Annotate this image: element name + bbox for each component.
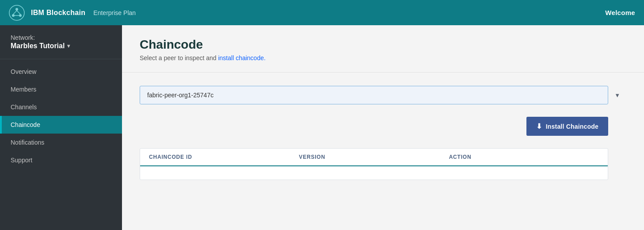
- select-arrow-icon: ▼: [614, 92, 620, 99]
- install-chaincode-button[interactable]: ⬇ Install Chaincode: [526, 117, 608, 136]
- table-header-action: ACTION: [449, 154, 599, 160]
- sidebar: Network: Marbles Tutorial ▾ Overview Mem…: [0, 25, 122, 230]
- table-header-chaincode-id: CHAINCODE ID: [149, 154, 299, 160]
- svg-line-4: [13, 11, 17, 14]
- download-icon: ⬇: [536, 122, 542, 130]
- table-body: [140, 166, 608, 180]
- nav-left: IBM Blockchain Enterprise Plan: [9, 5, 136, 21]
- network-name[interactable]: Marbles Tutorial ▾: [0, 42, 122, 59]
- ibm-blockchain-logo: [9, 5, 25, 21]
- install-button-label: Install Chaincode: [546, 123, 598, 130]
- subtitle-text: Select a peer to inspect and: [140, 54, 218, 61]
- page-title: Chaincode: [140, 38, 626, 52]
- sidebar-item-notifications[interactable]: Notifications: [0, 134, 122, 151]
- sidebar-item-chaincode[interactable]: Chaincode: [0, 116, 122, 134]
- app-subtitle: Enterprise Plan: [93, 9, 136, 16]
- content-area: fabric-peer-org1-25747c ▼ ⬇ Install Chai…: [122, 73, 644, 193]
- top-nav: IBM Blockchain Enterprise Plan Welcome: [0, 0, 644, 25]
- chaincode-table: CHAINCODE ID VERSION ACTION: [140, 148, 608, 180]
- sidebar-item-support[interactable]: Support: [0, 151, 122, 169]
- svg-line-5: [17, 11, 20, 14]
- network-label: Network:: [0, 34, 122, 42]
- main-layout: Network: Marbles Tutorial ▾ Overview Mem…: [0, 25, 644, 230]
- sidebar-divider: [0, 59, 122, 59]
- page-header: Chaincode Select a peer to inspect and i…: [122, 25, 644, 73]
- chevron-down-icon: ▾: [67, 43, 70, 49]
- page-subtitle: Select a peer to inspect and install cha…: [140, 54, 626, 61]
- table-header-version: VERSION: [299, 154, 449, 160]
- sidebar-item-members[interactable]: Members: [0, 80, 122, 98]
- svg-point-0: [9, 5, 24, 20]
- peer-select[interactable]: fabric-peer-org1-25747c: [140, 86, 608, 104]
- table-header: CHAINCODE ID VERSION ACTION: [140, 149, 608, 166]
- svg-point-1: [15, 8, 18, 11]
- sidebar-item-overview[interactable]: Overview: [0, 63, 122, 80]
- install-row: ⬇ Install Chaincode: [140, 117, 608, 136]
- install-chaincode-link[interactable]: install chaincode.: [218, 54, 265, 61]
- sidebar-item-channels[interactable]: Channels: [0, 98, 122, 116]
- app-title: IBM Blockchain: [31, 9, 85, 17]
- peer-select-wrapper: fabric-peer-org1-25747c ▼: [140, 86, 626, 104]
- welcome-button[interactable]: Welcome: [605, 9, 635, 16]
- main-content: Chaincode Select a peer to inspect and i…: [122, 25, 644, 230]
